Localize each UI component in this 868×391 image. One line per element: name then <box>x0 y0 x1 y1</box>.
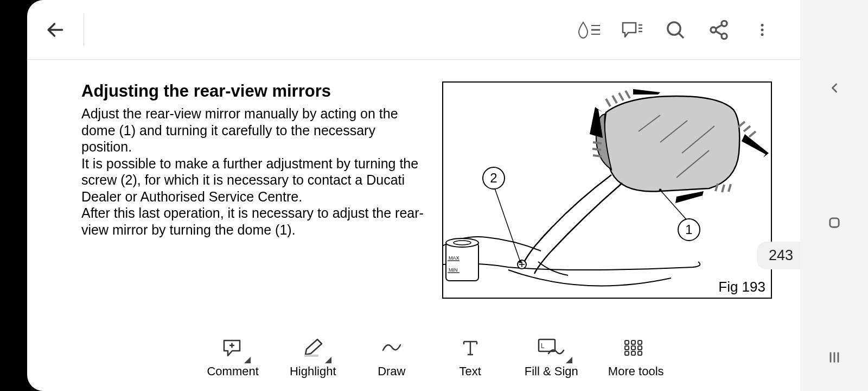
page-number-badge[interactable]: 243 <box>757 242 800 269</box>
svg-text:MIN: MIN <box>449 267 458 273</box>
figure: MAX MIN 2 1 Fig 193 <box>442 81 772 299</box>
chevron-left-icon <box>827 80 842 96</box>
svg-text:MAX: MAX <box>449 255 459 261</box>
callout-1: 1 <box>678 218 700 241</box>
callout-2: 2 <box>482 167 505 190</box>
svg-rect-59 <box>631 340 635 344</box>
recents-icon <box>827 350 842 365</box>
draw-tool-button[interactable]: Draw <box>367 336 416 379</box>
tool-label: Fill & Sign <box>525 364 578 379</box>
svg-line-24 <box>626 91 630 98</box>
svg-line-29 <box>722 185 724 192</box>
back-button[interactable] <box>43 18 67 42</box>
search-button[interactable] <box>654 16 697 43</box>
svg-line-33 <box>749 131 756 137</box>
svg-line-26 <box>592 149 601 150</box>
svg-line-21 <box>606 99 610 106</box>
svg-point-14 <box>761 23 764 26</box>
svg-point-11 <box>722 33 727 39</box>
tool-label: More tools <box>608 364 664 379</box>
tool-label: Highlight <box>290 364 336 379</box>
comment-tool-icon <box>221 338 244 357</box>
svg-point-16 <box>761 33 764 36</box>
svg-line-42 <box>494 187 520 262</box>
comment-tool-button[interactable]: Comment <box>207 336 258 379</box>
svg-line-23 <box>619 93 623 100</box>
svg-line-43 <box>660 190 686 219</box>
share-button[interactable] <box>697 16 741 43</box>
mirror-diagram-icon: MAX MIN <box>443 83 771 298</box>
svg-point-44 <box>659 189 662 192</box>
system-nav-bar <box>800 0 868 391</box>
highlight-tool-icon <box>301 337 325 358</box>
nav-home-button[interactable] <box>822 211 846 235</box>
svg-rect-67 <box>829 218 838 227</box>
tool-label: Comment <box>207 364 258 379</box>
paragraph: After this last operation, it is necessa… <box>81 205 426 238</box>
kebab-menu-icon <box>754 19 770 41</box>
svg-rect-58 <box>625 340 629 344</box>
svg-point-10 <box>711 27 716 33</box>
svg-rect-34 <box>446 243 478 281</box>
nav-back-button[interactable] <box>822 76 846 100</box>
svg-line-8 <box>679 33 684 38</box>
svg-line-30 <box>729 184 731 192</box>
document-page[interactable]: Adjusting the rear-view mirrors Adjust t… <box>27 60 800 323</box>
text-tool-icon <box>461 338 480 357</box>
tool-label: Draw <box>378 364 405 379</box>
svg-line-32 <box>744 126 750 131</box>
nav-recents-button[interactable] <box>822 345 846 369</box>
svg-line-27 <box>593 155 602 156</box>
svg-point-36 <box>454 241 471 245</box>
svg-point-45 <box>519 261 522 263</box>
svg-line-25 <box>593 142 602 143</box>
bottom-toolbar: Comment Highlight Draw <box>27 323 800 391</box>
more-options-button[interactable] <box>741 16 784 43</box>
share-icon <box>708 19 730 41</box>
svg-point-9 <box>722 21 727 26</box>
paragraph: It is possible to make a further adjustm… <box>81 155 426 205</box>
fill-sign-tool-icon: L <box>537 337 566 358</box>
search-icon <box>665 19 686 41</box>
svg-line-12 <box>716 24 722 28</box>
svg-text:L: L <box>541 342 545 350</box>
svg-rect-50 <box>304 355 318 357</box>
comment-button[interactable] <box>610 16 654 43</box>
svg-line-22 <box>612 96 617 103</box>
svg-line-13 <box>716 31 722 35</box>
toolbar-divider <box>84 14 84 46</box>
svg-point-7 <box>668 22 680 34</box>
text-tool-button[interactable]: Text <box>446 336 495 379</box>
fill-sign-tool-button[interactable]: L Fill & Sign <box>525 336 578 379</box>
svg-rect-65 <box>631 351 635 355</box>
svg-rect-63 <box>638 346 642 350</box>
paragraph: Adjust the rear-view mirror manually by … <box>81 105 426 155</box>
draw-tool-icon <box>380 338 404 357</box>
svg-point-15 <box>761 28 764 31</box>
svg-rect-61 <box>625 346 629 350</box>
arrow-left-icon <box>45 20 66 40</box>
home-square-icon <box>827 215 842 230</box>
svg-rect-62 <box>631 346 635 350</box>
liquid-mode-icon <box>576 19 601 41</box>
figure-caption: Fig 193 <box>718 279 765 295</box>
svg-rect-64 <box>625 351 629 355</box>
highlight-tool-button[interactable]: Highlight <box>289 336 337 379</box>
section-heading: Adjusting the rear-view mirrors <box>81 81 426 101</box>
more-tools-icon <box>623 338 649 357</box>
more-tools-button[interactable]: More tools <box>608 336 664 379</box>
svg-rect-66 <box>638 351 642 355</box>
liquid-mode-button[interactable] <box>567 16 610 43</box>
tool-label: Text <box>459 364 481 379</box>
svg-rect-60 <box>638 340 642 344</box>
comment-icon <box>621 20 643 40</box>
